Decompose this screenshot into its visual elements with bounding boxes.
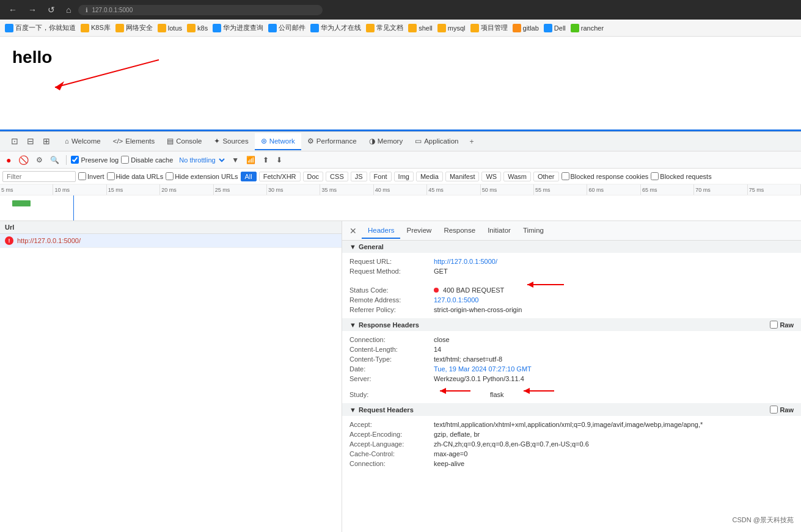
hide-data-urls-input[interactable] — [107, 172, 115, 180]
type-doc-btn[interactable]: Doc — [303, 172, 324, 181]
bookmark-icon — [544, 24, 552, 32]
type-manifest-btn[interactable]: Manifest — [445, 172, 480, 181]
bookmark-pm[interactable]: 项目管理 — [470, 23, 508, 32]
bookmark-network[interactable]: 网络安全 — [115, 23, 153, 32]
table-row[interactable]: ! http://127.0.0.1:5000/ — [0, 234, 342, 248]
bookmark-mail[interactable]: 公司邮件 — [268, 23, 305, 32]
devtools-panel: ⊡ ⊟ ⊞ ⌂ Welcome </> Elements ▤ Console ✦… — [0, 131, 801, 532]
general-section-header[interactable]: ▼ General — [342, 241, 801, 253]
tab-welcome[interactable]: ⌂ Welcome — [59, 134, 107, 150]
address-bar[interactable]: ℹ 127.0.0.1:5000 — [78, 5, 323, 15]
response-headers-section-header[interactable]: ▼ Response Headers Raw — [342, 318, 801, 331]
bookmark-talent[interactable]: 华为人才在线 — [310, 23, 361, 32]
devtools-separate-btn[interactable]: ⊞ — [40, 135, 53, 147]
invert-input[interactable] — [78, 172, 86, 180]
bookmark-k8s[interactable]: K8S库 — [81, 23, 111, 32]
tab-elements[interactable]: </> Elements — [107, 134, 161, 150]
type-wasm-btn[interactable]: Wasm — [503, 172, 531, 181]
type-js-btn[interactable]: JS — [351, 172, 367, 181]
tab-console[interactable]: ▤ Console — [161, 133, 208, 150]
bookmark-label: shell — [419, 24, 433, 32]
kv-status-code-val: 400 BAD REQUEST — [434, 286, 504, 294]
type-media-btn[interactable]: Media — [416, 172, 443, 181]
request-headers-section-header[interactable]: ▼ Request Headers Raw — [342, 403, 801, 416]
blocked-response-label: Blocked response cookies — [571, 173, 649, 180]
bookmark-docs[interactable]: 常见文档 — [366, 23, 403, 32]
hide-data-urls-checkbox[interactable]: Hide data URLs — [107, 172, 164, 180]
wifi-button[interactable]: 📶 — [244, 155, 258, 166]
blocked-response-input[interactable] — [561, 172, 569, 180]
kv-accept: Accept: text/html,application/xhtml+xml,… — [349, 420, 794, 429]
tab-memory[interactable]: ◑ Memory — [363, 133, 409, 150]
refresh-button[interactable]: ↺ — [44, 4, 59, 16]
devtools-dock-btn[interactable]: ⊡ — [9, 135, 21, 147]
request-headers-collapse-icon: ▼ — [349, 406, 356, 414]
bookmark-icon — [366, 24, 375, 32]
preserve-log-checkbox[interactable]: Preserve log — [71, 156, 119, 164]
blocked-requests-input[interactable] — [651, 172, 659, 180]
tab-network[interactable]: ⊛ Network — [255, 133, 301, 150]
tab-controls: ⊡ ⊟ ⊞ — [2, 131, 59, 152]
throttle-select[interactable]: No throttling — [175, 155, 227, 165]
type-all-btn[interactable]: All — [241, 172, 257, 181]
hide-ext-urls-input[interactable] — [166, 172, 174, 180]
type-font-btn[interactable]: Font — [370, 172, 392, 181]
back-button[interactable]: ← — [5, 4, 21, 16]
forward-button[interactable]: → — [24, 4, 40, 16]
devtools-split-btn[interactable]: ⊟ — [24, 135, 37, 147]
bookmark-label: k8s — [197, 24, 208, 32]
export-button[interactable]: ⬇ — [274, 155, 285, 166]
tab-performance[interactable]: ⚙ Performance — [301, 133, 363, 150]
tab-response[interactable]: Response — [437, 223, 481, 239]
type-fetch-btn[interactable]: Fetch/XHR — [259, 172, 301, 181]
tab-sources[interactable]: ✦ Sources — [208, 133, 254, 150]
bookmark-shell[interactable]: shell — [408, 24, 433, 32]
tab-timing[interactable]: Timing — [517, 223, 550, 239]
search-button[interactable]: 🔍 — [48, 155, 62, 166]
response-raw-input[interactable] — [770, 321, 778, 329]
blocked-requests-checkbox[interactable]: Blocked requests — [651, 172, 711, 180]
svg-marker-5 — [440, 388, 446, 394]
bookmark-baidu[interactable]: 百度一下，你就知道 — [5, 23, 76, 32]
tab-more[interactable]: + — [464, 134, 478, 150]
tab-application[interactable]: ▭ Application — [409, 133, 464, 150]
request-raw-input[interactable] — [770, 406, 778, 414]
timeline-bar-1 — [12, 200, 31, 206]
type-img-btn[interactable]: Img — [394, 172, 414, 181]
request-raw-label: Raw — [780, 406, 794, 414]
tab-preview[interactable]: Preview — [400, 223, 437, 239]
type-css-btn[interactable]: CSS — [326, 172, 348, 181]
import-button[interactable]: ⬆ — [260, 155, 271, 166]
kv-cache-control: Cache-Control: max-age=0 — [349, 449, 794, 459]
tick-40ms: 40 ms — [374, 184, 427, 195]
hide-ext-urls-checkbox[interactable]: Hide extension URLs — [166, 172, 238, 180]
type-other-btn[interactable]: Other — [533, 172, 559, 181]
bookmark-mysql[interactable]: mysql — [437, 24, 466, 32]
filter-button[interactable]: ⚙ — [34, 155, 45, 166]
tab-headers[interactable]: Headers — [362, 223, 400, 239]
request-raw-checkbox[interactable]: Raw — [770, 406, 794, 414]
kv-request-method-val: GET — [434, 268, 448, 275]
disable-cache-input[interactable] — [121, 156, 129, 164]
preserve-log-input[interactable] — [71, 156, 79, 164]
throttle-dropdown[interactable]: ▼ — [229, 155, 241, 166]
kv-date-key: Date: — [349, 365, 429, 373]
headers-close-button[interactable]: ✕ — [345, 224, 362, 238]
response-raw-checkbox[interactable]: Raw — [770, 321, 794, 329]
disable-cache-checkbox[interactable]: Disable cache — [121, 156, 173, 164]
record-button[interactable]: ● — [4, 154, 13, 166]
bookmark-gitlab[interactable]: gitlab — [513, 24, 539, 32]
bookmark-k8s2[interactable]: k8s — [187, 24, 208, 32]
type-ws-btn[interactable]: WS — [481, 172, 501, 181]
home-button[interactable]: ⌂ — [62, 4, 75, 16]
bookmark-rancher[interactable]: rancher — [571, 24, 604, 32]
bookmark-dell[interactable]: Dell — [544, 24, 566, 32]
tab-initiator[interactable]: Initiator — [481, 223, 517, 239]
invert-checkbox[interactable]: Invert — [78, 172, 104, 180]
blocked-response-checkbox[interactable]: Blocked response cookies — [561, 172, 649, 180]
filter-input[interactable] — [2, 171, 76, 182]
clear-button[interactable]: 🚫 — [16, 154, 31, 166]
bookmark-lotus[interactable]: lotus — [158, 24, 182, 32]
bookmark-huawei[interactable]: 华为进度查询 — [213, 23, 263, 32]
filter-bar: Invert Hide data URLs Hide extension URL… — [0, 169, 801, 184]
